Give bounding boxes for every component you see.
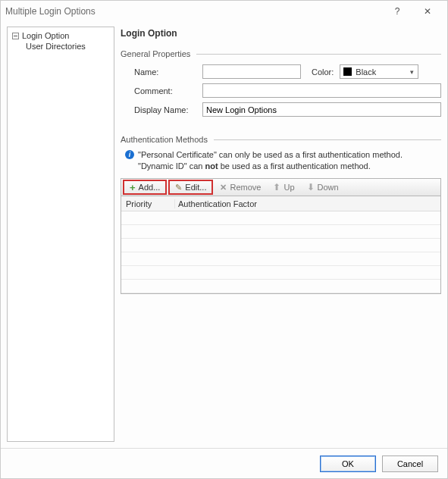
column-auth-factor[interactable]: Authentication Factor <box>174 199 440 208</box>
cancel-button[interactable]: Cancel <box>382 456 438 472</box>
table-row[interactable] <box>121 252 440 266</box>
tree-collapse-icon[interactable] <box>12 33 19 39</box>
info-icon: i <box>125 150 134 159</box>
display-name-input[interactable] <box>202 102 441 117</box>
tree-item-login-option[interactable]: Login Option <box>12 30 109 41</box>
plus-icon: + <box>130 183 136 193</box>
auth-methods-label: Authentication Methods <box>121 135 208 144</box>
table-row[interactable] <box>121 239 440 252</box>
name-label: Name: <box>134 67 202 77</box>
comment-input[interactable] <box>202 83 441 98</box>
comment-label: Comment: <box>134 86 202 95</box>
add-button[interactable]: + Add... <box>123 180 167 195</box>
pencil-icon: ✎ <box>175 183 182 193</box>
grid-body <box>121 211 440 293</box>
info-text-2: "Dynamic ID" can not be used as a first … <box>121 161 441 171</box>
remove-button[interactable]: ✕ Remove <box>215 180 266 195</box>
color-select[interactable]: Black ▾ <box>340 64 418 79</box>
down-button[interactable]: ⬇ Down <box>302 180 344 195</box>
color-swatch-icon <box>343 67 352 76</box>
table-row[interactable] <box>121 266 440 280</box>
display-name-label: Display Name: <box>134 105 202 114</box>
arrow-down-icon: ⬇ <box>307 182 315 193</box>
column-priority[interactable]: Priority <box>121 199 174 208</box>
color-value: Black <box>356 67 376 77</box>
general-properties-label: General Properties <box>121 49 190 58</box>
ok-button[interactable]: OK <box>320 456 376 472</box>
edit-button[interactable]: ✎ Edit... <box>168 180 213 195</box>
tree-item-user-directories[interactable]: User Directories <box>12 41 109 52</box>
help-button[interactable]: ? <box>382 6 412 17</box>
name-input[interactable] <box>202 64 301 79</box>
close-button[interactable]: ✕ <box>412 6 443 17</box>
table-row[interactable] <box>121 280 440 293</box>
table-row[interactable] <box>121 225 440 239</box>
dialog-window: Multiple Login Options ? ✕ Login Option … <box>0 0 448 479</box>
auth-grid: Priority Authentication Factor <box>121 196 441 294</box>
x-icon: ✕ <box>220 183 227 193</box>
titlebar: Multiple Login Options ? ✕ <box>1 1 447 22</box>
table-row[interactable] <box>121 211 440 225</box>
info-text-1: "Personal Certificate" can only be used … <box>138 150 403 159</box>
up-button[interactable]: ⬆ Up <box>268 180 299 195</box>
auth-toolbar: + Add... ✎ Edit... ✕ Remove ⬆ Up <box>121 178 441 196</box>
page-title: Login Option <box>121 28 441 39</box>
auth-methods-group: Authentication Methods i "Personal Certi… <box>121 135 441 294</box>
window-title: Multiple Login Options <box>5 6 96 17</box>
arrow-up-icon: ⬆ <box>273 182 280 193</box>
general-properties-group: General Properties Name: Color: Black ▾ … <box>121 49 441 121</box>
color-label: Color: <box>312 67 334 77</box>
chevron-down-icon: ▾ <box>410 68 414 76</box>
dialog-footer: OK Cancel <box>1 448 447 478</box>
nav-tree: Login Option User Directories <box>7 27 114 442</box>
